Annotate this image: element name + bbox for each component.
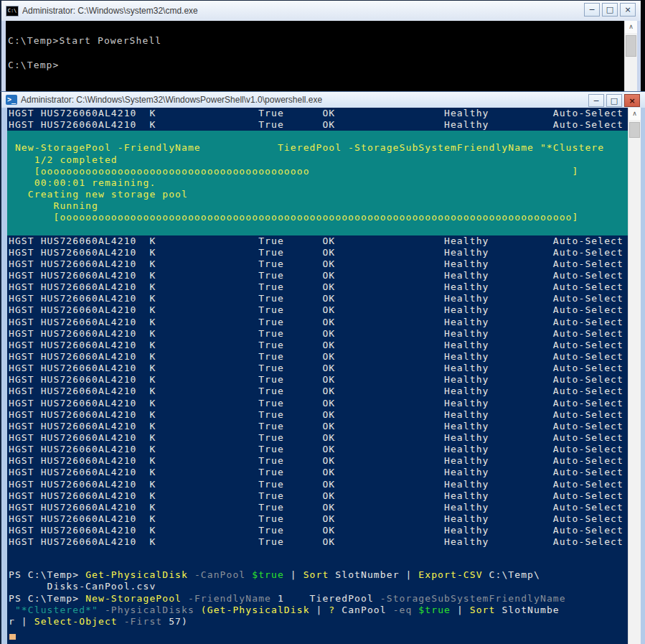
disk-row: HGST HUS726060AL4210 K True OK Healthy A… — [9, 374, 628, 386]
cmd-window-title: Administrator: C:\Windows\system32\cmd.e… — [22, 6, 198, 16]
command-token: (Get-PhysicalDisk — [201, 605, 310, 615]
disk-row: HGST HUS726060AL4210 K True OK Healthy A… — [9, 258, 628, 270]
powershell-console-text[interactable]: HGST HUS726060AL4210 K True OK Healthy A… — [7, 108, 628, 644]
progress-line: New-StoragePool -FriendlyName TieredPool… — [9, 142, 628, 154]
command-token: Select-Object — [34, 616, 118, 627]
command-token: r | — [9, 616, 34, 627]
command-line: PS C:\Temp> Get-PhysicalDisk -CanPool $t… — [9, 569, 628, 581]
disk-row: HGST HUS726060AL4210 K True OK Healthy A… — [9, 328, 628, 340]
disk-row: HGST HUS726060AL4210 K True OK Healthy A… — [9, 363, 628, 374]
disk-row: HGST HUS726060AL4210 K True OK Healthy A… — [9, 270, 628, 281]
progress-line — [9, 131, 628, 142]
progress-line: [ooooooooooooooooooooooooooooooooooooooo… — [9, 166, 628, 177]
scroll-up-icon[interactable]: ∧ — [628, 108, 641, 120]
disk-row: HGST HUS726060AL4210 K True OK Healthy A… — [9, 398, 628, 409]
powershell-window-title: Administrator: C:\Windows\System32\Windo… — [21, 95, 322, 105]
command-token: SlotNumbe — [495, 605, 559, 615]
cmd-console: C:\Temp>Start PowerShellC:\Temp> ∧ — [6, 21, 637, 96]
disk-row: HGST HUS726060AL4210 K True OK Healthy A… — [9, 281, 628, 293]
command-token: Disks-CanPool.csv — [9, 581, 156, 592]
disk-row: HGST HUS726060AL4210 K True OK Healthy A… — [9, 108, 628, 119]
disk-row: HGST HUS726060AL4210 K True OK Healthy A… — [9, 525, 628, 536]
disk-row: HGST HUS726060AL4210 K True OK Healthy A… — [9, 351, 628, 363]
disk-row: HGST HUS726060AL4210 K True OK Healthy A… — [9, 490, 628, 502]
maximize-button[interactable]: □ — [602, 3, 618, 17]
scroll-up-icon[interactable]: ∧ — [625, 21, 637, 33]
disk-row: HGST HUS726060AL4210 K True OK Healthy A… — [9, 386, 628, 397]
command-token: ? — [329, 605, 335, 615]
disk-row: HGST HUS726060AL4210 K True OK Healthy A… — [9, 479, 628, 490]
close-button[interactable]: × — [620, 3, 636, 17]
command-token: | — [284, 569, 303, 580]
disk-table-top-rows: HGST HUS726060AL4210 K True OK Healthy A… — [9, 108, 628, 131]
disk-row: HGST HUS726060AL4210 K True OK Healthy A… — [9, 444, 628, 455]
prompt-command-lines: PS C:\Temp> Get-PhysicalDisk -CanPool $t… — [9, 569, 628, 627]
disk-row: HGST HUS726060AL4210 K True OK Healthy A… — [9, 247, 628, 258]
progress-line: Running — [9, 200, 628, 212]
disk-row: HGST HUS726060AL4210 K True OK Healthy A… — [9, 304, 628, 316]
cmd-scrollbar-thumb[interactable] — [626, 35, 636, 57]
powershell-window: >_ Administrator: C:\Windows\System32\Wi… — [0, 91, 645, 644]
command-token: -FriendlyName — [182, 593, 271, 604]
powershell-window-controls: ─ □ × — [588, 94, 640, 107]
command-token: $true — [245, 569, 284, 580]
progress-line: [ooooooooooooooooooooooooooooooooooooooo… — [9, 212, 628, 223]
cmd-console-text[interactable]: C:\Temp>Start PowerShellC:\Temp> — [6, 21, 624, 96]
maximize-button[interactable]: □ — [606, 94, 622, 107]
progress-line: 1/2 completed — [9, 154, 628, 166]
command-token: -PhysicalDisks — [98, 605, 201, 615]
command-token: -CanPool — [188, 569, 245, 580]
close-button[interactable]: × — [624, 94, 640, 107]
powershell-titlebar[interactable]: >_ Administrator: C:\Windows\System32\Wi… — [1, 92, 645, 108]
disk-row: HGST HUS726060AL4210 K True OK Healthy A… — [9, 409, 628, 421]
command-token: New-StoragePool — [85, 593, 182, 604]
cmd-line — [8, 22, 624, 34]
command-token: 57) — [162, 616, 188, 627]
command-token: -StorageSubSystemFriendlyName — [374, 593, 566, 604]
command-token: CanPool — [335, 605, 392, 615]
cmd-line: C:\Temp>Start PowerShell — [8, 34, 624, 47]
command-token: -First — [118, 616, 163, 627]
command-line: r | Select-Object -First 57) — [9, 616, 628, 627]
command-token: TieredPool — [310, 593, 374, 604]
command-token: 1 — [271, 593, 310, 604]
command-token: -eq — [393, 605, 413, 615]
disk-row: HGST HUS726060AL4210 K True OK Healthy A… — [9, 502, 628, 513]
command-line: "*Clustered*" -PhysicalDisks (Get-Physic… — [9, 605, 628, 616]
cmd-window-controls: ─ □ × — [584, 3, 636, 17]
command-token: Export-CSV — [418, 569, 482, 580]
command-token: PS C:\Temp> — [9, 569, 85, 580]
disk-row: HGST HUS726060AL4210 K True OK Healthy A… — [9, 467, 628, 478]
disk-row: HGST HUS726060AL4210 K True OK Healthy A… — [9, 455, 628, 467]
progress-line: 00:00:01 remaining. — [9, 177, 628, 189]
disk-row: HGST HUS726060AL4210 K True OK Healthy A… — [9, 536, 628, 548]
disk-row: HGST HUS726060AL4210 K True OK Healthy A… — [9, 317, 628, 328]
cmd-line — [8, 47, 624, 59]
command-token: $true — [412, 605, 451, 615]
powershell-scrollbar-thumb[interactable] — [629, 122, 640, 138]
command-token: "*Clustered*" — [9, 605, 98, 615]
command-token: SlotNumber | — [329, 569, 418, 580]
cmd-line: C:\Temp> — [8, 59, 624, 71]
powershell-icon: >_ — [6, 95, 17, 105]
cmd-scrollbar[interactable]: ∧ — [624, 21, 637, 96]
command-line: PS C:\Temp> New-StoragePool -FriendlyNam… — [9, 593, 628, 605]
powershell-console: HGST HUS726060AL4210 K True OK Healthy A… — [7, 108, 641, 644]
command-token: Sort — [303, 569, 329, 580]
disk-row: HGST HUS726060AL4210 K True OK Healthy A… — [9, 432, 628, 444]
cmd-icon: C:\ — [6, 6, 19, 17]
disk-table-rows: HGST HUS726060AL4210 K True OK Healthy A… — [9, 235, 628, 549]
powershell-scrollbar[interactable]: ∧ — [628, 108, 641, 644]
progress-line: Creating new storage pool — [9, 189, 628, 200]
command-token: | — [451, 605, 470, 615]
text-cursor — [9, 634, 16, 640]
command-line: Disks-CanPool.csv — [9, 581, 628, 592]
cmd-window: C:\ Administrator: C:\Windows\system32\c… — [0, 0, 641, 96]
cmd-titlebar[interactable]: C:\ Administrator: C:\Windows\system32\c… — [1, 1, 641, 21]
minimize-button[interactable]: ─ — [584, 3, 600, 17]
disk-row: HGST HUS726060AL4210 K True OK Healthy A… — [9, 293, 628, 304]
disk-row: HGST HUS726060AL4210 K True OK Healthy A… — [9, 340, 628, 351]
blank-lines — [9, 548, 628, 569]
minimize-button[interactable]: ─ — [588, 94, 604, 107]
disk-row: HGST HUS726060AL4210 K True OK Healthy A… — [9, 513, 628, 525]
